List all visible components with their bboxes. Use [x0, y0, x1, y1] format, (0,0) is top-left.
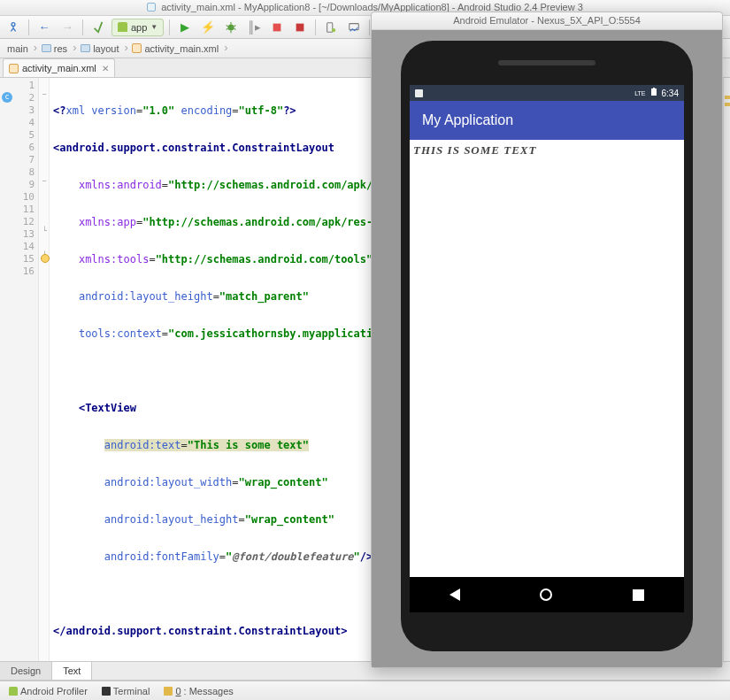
file-icon	[147, 3, 156, 12]
phone-speaker	[498, 60, 596, 65]
subtab-design[interactable]: Design	[0, 662, 52, 680]
xml-file-icon	[132, 43, 142, 53]
breadcrumb-item-res[interactable]: res	[38, 41, 73, 57]
android-statusbar: LTE 6:34	[410, 85, 684, 101]
android-icon	[118, 22, 127, 32]
bottom-toolbar: Android Profiler Terminal 0: Messages	[0, 681, 730, 700]
svg-rect-10	[653, 88, 655, 88]
emulator-body: LTE 6:34 My Application This is some tex…	[372, 30, 722, 667]
warning-marker[interactable]	[725, 96, 730, 99]
phone-screen[interactable]: LTE 6:34 My Application This is some tex…	[410, 85, 684, 577]
fold-end-icon: └	[41, 227, 49, 235]
notification-icon	[415, 89, 423, 97]
app-title: My Application	[422, 112, 513, 128]
terminal-icon	[102, 687, 111, 696]
run-config-selector[interactable]: app ▼	[111, 19, 164, 36]
svg-point-1	[228, 24, 234, 30]
android-icon	[9, 687, 18, 696]
breadcrumb-item-main[interactable]: main	[4, 41, 34, 57]
nav-forward-button[interactable]: →	[58, 19, 77, 36]
editor-tab-activity-main[interactable]: activity_main.xml ✕	[3, 58, 115, 77]
folder-icon	[81, 44, 90, 52]
android-nav-bar	[410, 577, 684, 612]
nav-recent-key[interactable]	[633, 589, 644, 601]
clock-label: 6:34	[662, 88, 679, 98]
folder-icon	[42, 44, 51, 52]
nav-back-key[interactable]	[450, 588, 460, 601]
chevron-down-icon: ▼	[150, 23, 158, 31]
apply-changes-button[interactable]: ⚡	[198, 19, 218, 36]
warning-marker[interactable]	[725, 103, 730, 106]
profile-button[interactable]: ║▸	[244, 19, 264, 36]
stop-button[interactable]	[290, 19, 310, 36]
run-button[interactable]: ▶	[175, 19, 195, 36]
emulator-titlebar: Android Emulator - Nexus_5X_API_O:5554	[372, 12, 722, 30]
subtab-text[interactable]: Text	[52, 662, 92, 680]
battery-icon	[650, 88, 657, 98]
nav-back-button[interactable]: ←	[35, 19, 54, 36]
fold-minus-icon[interactable]: −	[41, 178, 49, 186]
svg-rect-2	[273, 23, 281, 31]
svg-point-5	[332, 27, 335, 31]
nav-home-key[interactable]	[540, 588, 552, 601]
svg-rect-4	[327, 22, 333, 32]
avd-manager-button[interactable]	[321, 19, 341, 36]
phone-frame: LTE 6:34 My Application This is some tex…	[401, 41, 693, 651]
emulator-window[interactable]: Android Emulator - Nexus_5X_API_O:5554 L…	[371, 12, 723, 668]
messages-icon	[164, 687, 173, 696]
line-gutter: 1c2345678910111213141516	[0, 78, 39, 680]
tool-terminal[interactable]: Terminal	[96, 683, 156, 699]
breadcrumb-item-file[interactable]: activity_main.xml	[128, 41, 224, 57]
debug-button[interactable]	[221, 19, 241, 36]
signal-label: LTE	[634, 90, 645, 96]
editor-tab-label: activity_main.xml	[22, 63, 96, 73]
app-bar: My Application	[410, 101, 684, 140]
svg-rect-6	[350, 23, 359, 29]
xml-file-icon	[9, 64, 19, 73]
tool-android-profiler[interactable]: Android Profiler	[4, 683, 93, 699]
structure-icon[interactable]	[4, 19, 23, 36]
tool-messages[interactable]: 0: Messages	[158, 683, 238, 699]
run-config-label: app	[131, 22, 147, 33]
sdk-manager-button[interactable]	[344, 19, 364, 36]
editor-right-strip[interactable]	[723, 78, 730, 681]
app-content-text: This is some text	[410, 140, 684, 161]
attach-debugger-button[interactable]	[267, 19, 287, 36]
svg-rect-3	[296, 23, 304, 31]
close-icon[interactable]: ✕	[102, 64, 109, 73]
chevron-right-icon: ›	[224, 41, 228, 57]
build-button[interactable]	[88, 19, 108, 36]
class-gutter-icon[interactable]: c	[2, 92, 12, 103]
breadcrumb-item-layout[interactable]: layout	[77, 41, 124, 57]
fold-minus-icon[interactable]: −	[41, 91, 49, 99]
fold-column[interactable]: − − └ └	[39, 78, 50, 680]
svg-rect-9	[651, 88, 657, 96]
warning-bulb-icon[interactable]	[41, 254, 50, 263]
svg-point-0	[12, 22, 15, 26]
